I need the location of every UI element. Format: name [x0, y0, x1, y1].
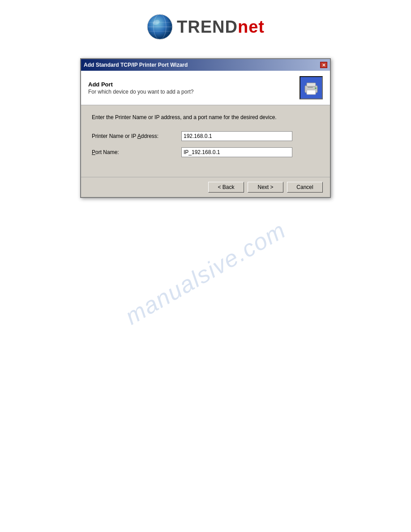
printer-svg-icon: [303, 79, 320, 96]
svg-rect-7: [307, 83, 316, 86]
logo-text: TRENDnet: [177, 17, 265, 37]
form-row-printer-name: Printer Name or IP Address:: [92, 131, 319, 141]
dialog-title: Add Standard TCP/IP Printer Port Wizard: [84, 62, 188, 68]
trendnet-logo-icon: [146, 13, 173, 40]
close-button[interactable]: ✕: [320, 62, 327, 68]
back-button[interactable]: < Back: [208, 182, 244, 193]
button-bar: < Back Next > Cancel: [81, 177, 330, 197]
cancel-button[interactable]: Cancel: [287, 182, 323, 193]
dialog-header-subtitle: For which device do you want to add a po…: [88, 89, 300, 95]
dialog-wrapper: Add Standard TCP/IP Printer Port Wizard …: [0, 54, 411, 198]
svg-rect-8: [307, 90, 316, 94]
port-name-input[interactable]: [181, 147, 292, 157]
dialog-body: Enter the Printer Name or IP address, an…: [81, 105, 330, 177]
watermark: manualsive.com: [120, 216, 291, 330]
port-name-label: Port Name:: [92, 149, 181, 155]
printer-name-label: Printer Name or IP Address:: [92, 133, 181, 139]
svg-point-9: [315, 87, 317, 89]
printer-name-ip-input[interactable]: [181, 131, 292, 141]
svg-rect-10: [308, 87, 313, 88]
form-row-port-name: Port Name:: [92, 147, 319, 157]
body-description: Enter the Printer Name or IP address, an…: [92, 114, 319, 120]
logo-net: net: [238, 17, 265, 36]
dialog-header-title: Add Port: [88, 81, 300, 88]
logo-trend: TREND: [177, 17, 238, 36]
dialog-window: Add Standard TCP/IP Printer Port Wizard …: [80, 58, 331, 198]
printer-icon: [300, 76, 323, 99]
title-bar: Add Standard TCP/IP Printer Port Wizard …: [81, 59, 330, 71]
logo-container: TRENDnet: [146, 13, 265, 40]
dialog-header: Add Port For which device do you want to…: [81, 71, 330, 105]
next-button[interactable]: Next >: [248, 182, 283, 193]
dialog-header-text: Add Port For which device do you want to…: [88, 81, 300, 95]
logo-area: TRENDnet: [0, 0, 411, 54]
